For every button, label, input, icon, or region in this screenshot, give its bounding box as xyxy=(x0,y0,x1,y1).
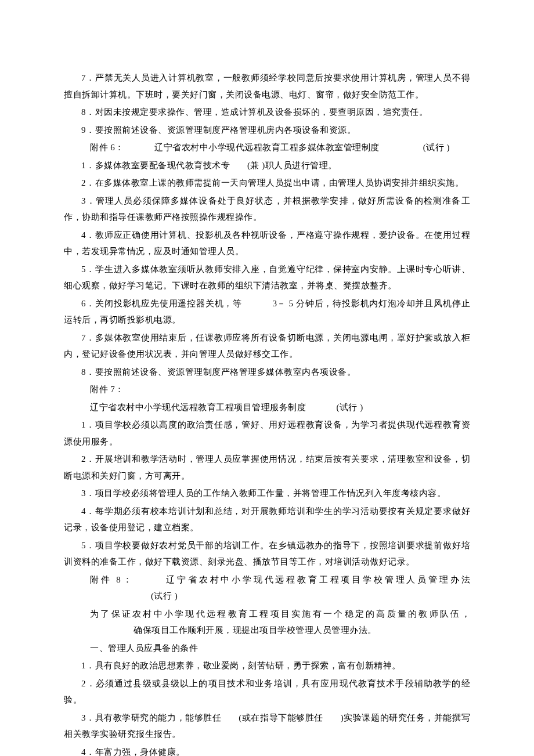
text-segment: 为了保证农村中小学现代远程教育工程项目实施有一个稳定的高质量的教师队伍， xyxy=(90,609,470,618)
text-segment: 确保项目工作顺利开展，现提出项目学校管理人员管理办法。 xyxy=(134,625,377,635)
paragraph: 9．要按照前述设备、资源管理制度严格管理机房内各项设备和资源。 xyxy=(64,122,470,139)
paragraph: 3．具有教学研究的能力，能够胜任(或在指导下能够胜任)实验课题的研究任务，并能撰… xyxy=(64,710,470,743)
document-page: 7．严禁无关人员进入计算机教室，一般教师须经学校同意后按要求使用计算机房，管理人… xyxy=(0,0,534,756)
paragraph: 4．年富力强，身体健康。 xyxy=(64,744,470,757)
paragraph: 5．学生进入多媒体教室须听从教师安排入座，自觉遵守纪律，保持室内安静。上课时专心… xyxy=(64,261,470,294)
text-segment: 3．具有教学研究的能力，能够胜任 xyxy=(81,713,221,722)
paragraph: 1．多媒体教室要配备现代教育技术专(兼 )职人员进行管理。 xyxy=(64,157,470,174)
text-segment: (试行 ) xyxy=(423,143,450,152)
paragraph: 4．教师应正确使用计算机、投影机及各种视听设备，严格遵守操作规程，爱护设备。在使… xyxy=(64,227,470,260)
paragraph: 7．多媒体教室使用结束后，任课教师应将所有设备切断电源，关闭电源电闸，罩好护套或… xyxy=(64,330,470,363)
paragraph: 附件 7： xyxy=(64,381,470,398)
text-segment: 1．多媒体教室要配备现代教育技术专 xyxy=(81,161,230,170)
paragraph: 2．在多媒体教室上课的教师需提前一天向管理人员提出申请，由管理人员协调安排并组织… xyxy=(64,175,470,191)
paragraph: 5．项目学校要做好农村党员干部的培训工作。在乡镇远教办的指导下，按照培训要求提前… xyxy=(64,537,470,570)
paragraph: 6．关闭投影机应先使用遥控器关机，等3－ 5 分钟后，待投影机内灯泡冷却并且风机… xyxy=(64,295,470,328)
text-segment: (兼 )职人员进行管理。 xyxy=(247,161,337,170)
paragraph: 4．每学期必须有校本培训计划和总结，对开展教师培训和学生的学习活动要按有关规定要… xyxy=(64,503,470,536)
paragraph: 附件 6：辽宁省农村中小学现代远程教育工程多媒体教室管理制度(试行 ) xyxy=(64,139,470,156)
paragraph: 2．必须通过县级或县级以上的项目技术和业务培训，具有应用现代教育技术手段辅助教学… xyxy=(64,675,470,708)
text-segment: (试行 ) xyxy=(337,403,363,412)
paragraph: 8．要按照前述设备、资源管理制度严格管理多媒体教室内各项设备。 xyxy=(64,364,470,381)
paragraph: 8．对因未按规定要求操作、管理，造成计算机及设备损坏的，要查明原因，追究责任。 xyxy=(64,104,470,121)
text-segment: 6．关闭投影机应先使用遥控器关机，等 xyxy=(81,299,242,308)
paragraph: 2．开展培训和教学活动时，管理人员应掌握使用情况，结束后按有关要求，清理教室和设… xyxy=(64,451,470,484)
paragraph: 一、管理人员应具备的条件 xyxy=(64,640,470,657)
text-segment: (试行 ) xyxy=(151,591,178,601)
paragraph: 7．严禁无关人员进入计算机教室，一般教师须经学校同意后按要求使用计算机房，管理人… xyxy=(64,70,470,103)
paragraph: 3．项目学校必须将管理人员的工作纳入教师工作量，并将管理工作情况列入年度考核内容… xyxy=(64,485,470,502)
text-segment: 辽宁省农村中小学现代远程教育工程项目管理服务制度 xyxy=(90,403,306,412)
paragraph: 3．管理人员必须保障多媒体设备处于良好状态，并根据教学安排，做好所需设备的检测准… xyxy=(64,193,470,226)
paragraph: 附件 8：辽宁省农村中小学现代远程教育工程项目学校管理人员管理办法(试行 ) xyxy=(64,571,470,605)
text-segment: 辽宁省农村中小学现代远程教育工程项目学校管理人员管理办法 xyxy=(164,575,470,584)
paragraph: 为了保证农村中小学现代远程教育工程项目实施有一个稳定的高质量的教师队伍，确保项目… xyxy=(64,606,470,639)
text-segment: 附件 6： xyxy=(90,143,124,152)
text-segment: 辽宁省农村中小学现代远程教育工程多媒体教室管理制度 xyxy=(154,143,380,152)
text-segment: 附件 8： xyxy=(90,575,134,584)
paragraph: 1．项目学校必须以高度的政治责任感，管好、用好远程教育设备，为学习者提供现代远程… xyxy=(64,417,470,450)
paragraph: 辽宁省农村中小学现代远程教育工程项目管理服务制度(试行 ) xyxy=(64,399,470,416)
text-segment: (或在指导下能够胜任 xyxy=(239,713,323,722)
paragraph: 1．具有良好的政治思想素养，敬业爱岗，刻苦钻研，勇于探索，富有创新精神。 xyxy=(64,657,470,674)
